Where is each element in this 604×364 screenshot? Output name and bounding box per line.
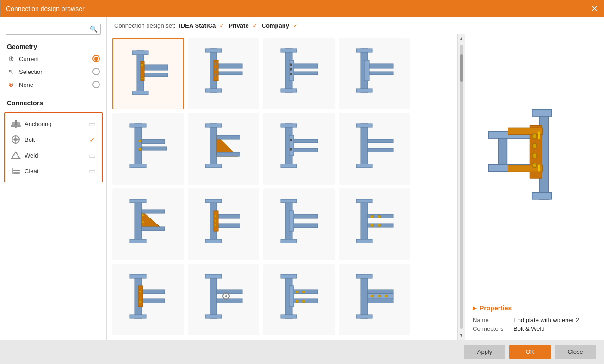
svg-rect-39 bbox=[356, 49, 372, 52]
svg-point-64 bbox=[290, 148, 292, 150]
conn-card-6[interactable] bbox=[263, 113, 335, 185]
svg-point-50 bbox=[139, 148, 142, 151]
svg-rect-89 bbox=[281, 239, 297, 243]
close-window-button[interactable]: ✕ bbox=[591, 5, 598, 13]
svg-point-19 bbox=[141, 77, 143, 80]
conn-card-0[interactable] bbox=[112, 38, 184, 109]
anchoring-check[interactable]: ▭ bbox=[88, 120, 96, 128]
svg-rect-93 bbox=[361, 199, 368, 243]
svg-point-116 bbox=[225, 295, 227, 297]
svg-rect-62 bbox=[289, 135, 294, 156]
prop-name-value: End plate with widener 2 bbox=[513, 316, 579, 323]
prop-name-key: Name bbox=[473, 316, 510, 323]
scroll-down-arrow[interactable]: ▼ bbox=[459, 331, 464, 340]
current-radio[interactable] bbox=[92, 55, 100, 62]
scroll-up-arrow[interactable]: ▲ bbox=[459, 34, 464, 43]
geometry-header: Geometry bbox=[0, 40, 106, 52]
svg-point-27 bbox=[214, 68, 216, 70]
weld-icon bbox=[11, 150, 21, 160]
conn-card-1[interactable] bbox=[188, 38, 259, 109]
svg-rect-105 bbox=[142, 290, 165, 294]
svg-rect-51 bbox=[210, 124, 217, 168]
conn-card-8[interactable] bbox=[112, 188, 184, 260]
selection-radio[interactable] bbox=[92, 68, 100, 75]
svg-rect-1 bbox=[15, 120, 17, 128]
close-button[interactable]: Close bbox=[555, 345, 596, 359]
conn-card-12[interactable] bbox=[112, 264, 184, 335]
svg-rect-91 bbox=[292, 224, 318, 228]
svg-point-126 bbox=[302, 300, 305, 303]
cleat-check[interactable]: ▭ bbox=[88, 167, 96, 175]
selection-icon: ↖ bbox=[7, 67, 15, 76]
svg-rect-22 bbox=[205, 89, 222, 92]
anchoring-icon bbox=[11, 119, 21, 129]
conn-card-15[interactable] bbox=[339, 264, 410, 335]
svg-rect-61 bbox=[292, 148, 318, 152]
scrollbar[interactable]: ▲ ▼ bbox=[457, 34, 465, 340]
svg-rect-80 bbox=[205, 239, 222, 243]
conn-card-3[interactable] bbox=[339, 38, 410, 109]
svg-rect-131 bbox=[368, 299, 393, 303]
svg-rect-40 bbox=[356, 89, 372, 92]
filter-none[interactable]: ⊗ None bbox=[0, 78, 106, 91]
prop-connectors-value: Bolt & Weld bbox=[513, 325, 545, 332]
svg-rect-46 bbox=[130, 164, 146, 168]
conn-card-2[interactable] bbox=[263, 38, 335, 109]
scroll-thumb[interactable] bbox=[460, 54, 463, 82]
svg-rect-127 bbox=[361, 274, 368, 318]
prop-connectors-row: Connectors Bolt & Weld bbox=[473, 325, 596, 332]
ok-button[interactable]: OK bbox=[509, 345, 551, 359]
properties-header: ▶ Properties bbox=[473, 304, 596, 312]
connection-grid bbox=[112, 38, 410, 336]
svg-point-124 bbox=[302, 291, 305, 293]
none-radio[interactable] bbox=[92, 81, 100, 88]
svg-rect-52 bbox=[205, 124, 222, 127]
apply-button[interactable]: Apply bbox=[464, 345, 505, 359]
svg-rect-53 bbox=[205, 164, 222, 168]
svg-point-100 bbox=[378, 215, 381, 218]
scroll-track[interactable] bbox=[460, 45, 463, 329]
connectors-section: Anchoring ▭ Bolt ✓ bbox=[4, 112, 103, 182]
svg-rect-41 bbox=[368, 64, 393, 68]
conn-card-9[interactable] bbox=[188, 188, 259, 260]
svg-point-63 bbox=[290, 139, 292, 141]
bolt-icon bbox=[11, 134, 21, 145]
svg-rect-103 bbox=[130, 274, 146, 278]
svg-point-76 bbox=[142, 214, 144, 216]
bolt-check[interactable]: ✓ bbox=[88, 135, 96, 144]
conn-card-4[interactable] bbox=[112, 113, 184, 185]
search-input[interactable] bbox=[9, 26, 90, 33]
svg-rect-47 bbox=[142, 139, 165, 144]
svg-point-148 bbox=[532, 163, 536, 167]
svg-rect-110 bbox=[210, 274, 217, 318]
svg-rect-75 bbox=[142, 227, 165, 231]
svg-rect-56 bbox=[217, 152, 240, 156]
conn-card-11[interactable] bbox=[339, 188, 410, 260]
cleat-label: Cleat bbox=[25, 168, 84, 175]
svg-rect-70 bbox=[135, 199, 142, 243]
conn-card-7[interactable] bbox=[339, 113, 410, 185]
svg-rect-79 bbox=[205, 199, 222, 203]
svg-rect-140 bbox=[498, 138, 507, 165]
connector-cleat[interactable]: Cleat ▭ bbox=[7, 163, 100, 179]
conn-card-10[interactable] bbox=[263, 188, 335, 260]
connector-weld[interactable]: Weld ▭ bbox=[7, 147, 100, 163]
weld-check[interactable]: ▭ bbox=[88, 151, 96, 159]
conn-card-13[interactable] bbox=[188, 264, 259, 335]
connector-bolt[interactable]: Bolt ✓ bbox=[7, 132, 100, 147]
connector-anchoring[interactable]: Anchoring ▭ bbox=[7, 116, 100, 132]
svg-rect-104 bbox=[130, 315, 146, 318]
center-panel: Connection design set: IDEA StatiCa ✓ Pr… bbox=[107, 17, 465, 340]
filter-selection-label: Selection bbox=[19, 68, 89, 75]
footer: Apply OK Close bbox=[0, 340, 604, 364]
anchoring-label: Anchoring bbox=[25, 121, 84, 127]
filter-current[interactable]: ⊕ Current bbox=[0, 52, 106, 65]
conn-card-14[interactable] bbox=[263, 264, 335, 335]
svg-point-145 bbox=[532, 134, 536, 139]
conn-card-5[interactable] bbox=[188, 113, 259, 185]
filter-selection[interactable]: ↖ Selection bbox=[0, 65, 106, 78]
svg-point-147 bbox=[532, 153, 536, 158]
svg-rect-119 bbox=[281, 315, 297, 318]
properties-title: Properties bbox=[480, 304, 512, 312]
svg-point-135 bbox=[385, 295, 388, 297]
